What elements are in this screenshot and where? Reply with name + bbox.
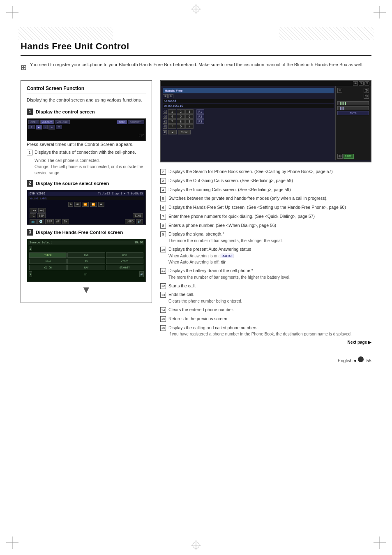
desc-circle-13: 13	[160, 292, 166, 298]
desc-item-11: 11 Displays the battery drain of the cel…	[160, 268, 371, 280]
desc-item-14: 14 Clears the entered phone number.	[160, 307, 371, 313]
ind-2: ②	[359, 81, 364, 86]
ctrl-bar-row2: ▼ ▶ ▪ ⏏ M	[28, 125, 144, 130]
hf-left-panel: Hands Free ① ⑥ Kenwood 04264465116	[161, 86, 336, 160]
key-star: *	[168, 124, 176, 129]
ctrl-eject: ⏏	[48, 125, 55, 130]
control-box-desc: Displaying the control screen and using …	[27, 97, 146, 104]
desc-item-13: 13 Ends the call. Clears the phone numbe…	[160, 291, 371, 304]
hf-screen: ① ② ③ Hands Free ① ⑥	[160, 80, 371, 162]
dvd-sep-btns: SEP	[37, 213, 132, 218]
hf-battery-bar: ▐▐▐	[337, 106, 369, 110]
dvd-af: AF	[55, 219, 61, 224]
hf-call-btn: ◄	[168, 130, 177, 134]
desc-item-4: 4 Displays the Incoming Calls screen. (S…	[160, 187, 371, 193]
two-col-layout: Control Screen Function Displaying the c…	[21, 80, 371, 345]
dvd-volume-label: VOLUME LABEL	[28, 197, 144, 200]
desc-item-16: 16 Displays the calling and called phone…	[160, 325, 371, 338]
item1-desc: 1Displays the status of connection with …	[27, 149, 146, 176]
dvd-btn-row4: 📺 💿 SEP AF IN LOUD 🔊	[28, 219, 144, 224]
src-standby: STANDBY	[106, 265, 143, 270]
desc-circle-12: 12	[160, 283, 166, 289]
next-page-label: Next page ▶	[347, 340, 371, 345]
desc-text-14: Clears the entered phone number.	[168, 307, 234, 313]
hf-num-a: ①	[163, 94, 168, 98]
src-cursor: ☞	[84, 271, 87, 277]
ctrl-v-icon: ▼	[28, 125, 35, 129]
hf-rp-7: ⑦	[337, 88, 342, 93]
key-7: 7	[168, 119, 176, 124]
src-dvd: DVD	[67, 252, 105, 258]
ctrl-seg-vol: VOL-CHK	[55, 120, 70, 124]
desc-text-5: Switches between the private and hands-f…	[168, 195, 327, 202]
desc-circle-6: 6	[160, 205, 166, 210]
dvd-screen: DVD VIDEO Title12 Chap 1 ► T 0:00:05 VOL…	[27, 190, 146, 225]
src-nav-row: ▲	[28, 245, 144, 252]
desc-text-3: Displays the Out Going Calls screen. (Se…	[168, 178, 293, 184]
control-screen-box: Control Screen Function Displaying the c…	[21, 80, 152, 303]
desc-text-7: Enter three phone numbers for quick dial…	[168, 213, 315, 220]
desc-text-16: Displays the calling and called phone nu…	[168, 325, 352, 331]
desc-circle-9: 9	[160, 231, 166, 237]
page-container: Hands Free Unit Control ⊞ You need to re…	[0, 0, 392, 555]
desc-circle-4: 4	[160, 187, 166, 193]
desc-text-11: Displays the battery drain of the cell-p…	[168, 268, 291, 274]
desc-circle-15: 15	[160, 316, 166, 322]
dvd-btn-row3: -1 SEP TIME	[28, 213, 144, 219]
step3-num: 3	[27, 229, 33, 236]
desc-text-15: Returns to the previous screen.	[168, 316, 228, 322]
corner-mark-br	[374, 536, 386, 549]
src-usb: USB	[106, 252, 143, 258]
dvd-btn-minus: -1	[30, 213, 36, 218]
dvd-cursor: ☞	[28, 224, 144, 225]
cursor-area: ☞	[28, 132, 144, 139]
desc-item-3: 3 Displays the Out Going Calls screen. (…	[160, 178, 371, 184]
dvd-spacer	[70, 219, 125, 224]
src-top-bar: Source Select 10:10	[28, 240, 144, 245]
ctrl-mute: ▪	[43, 125, 48, 129]
ctrl-seg-au: AU-OUT	[40, 120, 54, 124]
key-3: 3	[185, 109, 194, 114]
dvd-btn-eject: ⏏	[68, 202, 73, 207]
page-number: 55	[367, 358, 371, 363]
desc-text-13: Ends the call.	[168, 291, 242, 298]
corner-mark-tl	[6, 6, 18, 18]
hf-rp-15: ⑮	[337, 154, 343, 159]
next-page-area: Next page ▶	[160, 340, 371, 345]
dvd-btn-skip-back: |◀◀	[30, 208, 37, 213]
hf-row-ind-3: ④	[163, 120, 167, 124]
dvd-time: Title12 Chap 1 ► T 0:00:05	[98, 192, 143, 195]
hf-rp-16: 6479F	[344, 154, 354, 159]
hf-keypad-area: ② ③ ④ ⑤ 1 2 3 4 5	[163, 109, 334, 129]
p2-btn: P2	[196, 114, 204, 119]
page-num-circle	[358, 356, 364, 362]
page-title: Hands Free Unit Control	[21, 41, 371, 52]
step2-num: 2	[27, 180, 33, 187]
hf-phone-number: 04264465116	[163, 104, 334, 108]
ctrl-seg-open: OPEN	[28, 120, 39, 124]
hf-row-ind-2: ③	[163, 115, 167, 119]
desc-text-4: Displays the Incoming Calls screen. (See…	[168, 187, 291, 193]
bluetooth-note: ⊞ You need to register your cell-phone t…	[21, 62, 371, 72]
desc-circle-14: 14	[160, 307, 166, 313]
dvd-in: IN	[62, 219, 69, 224]
control-box-title: Control Screen Function	[27, 86, 146, 93]
page-title-section: Hands Free Unit Control	[21, 41, 371, 56]
step2-header: 2 Display the source select screen	[27, 180, 146, 187]
hf-right-panel: ⑦ ⑫ ⑬ ▐▐▐▐ ▐▐▐ AUTO ⑮	[336, 86, 371, 160]
dvd-btn-skip-fwd: ▶▶|	[38, 208, 46, 213]
key-0: 0	[177, 124, 185, 129]
ctrl-seg-scrc: SCRC	[117, 120, 127, 124]
key-4: 4	[168, 114, 176, 119]
dvd-time-btn: TIME	[133, 213, 143, 218]
src-cdch: CD CH	[29, 265, 67, 270]
desc-item-10: 10 Displays the present Auto Answering s…	[160, 246, 371, 265]
desc-sub-11: The more the number of bar segments, the…	[168, 274, 291, 280]
source-select-screen: Source Select 10:10 ▲ TUNER DVD USB iPod…	[27, 239, 146, 282]
hf-rp-top: ⑦ ⑫	[337, 88, 369, 93]
hf-signal-bar: ▐▐▐▐	[337, 101, 369, 105]
ind-1: ①	[353, 81, 358, 86]
src-video: VIDEO	[106, 259, 143, 264]
desc-text-2: Displays the Search for Phone Book scree…	[168, 169, 333, 175]
circle-1: 1	[27, 150, 32, 155]
